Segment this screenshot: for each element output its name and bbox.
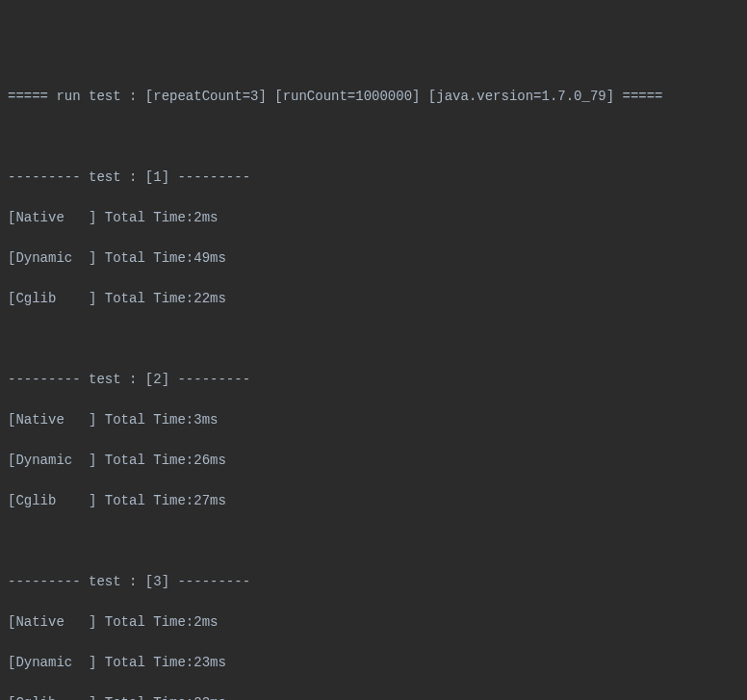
result-line: [Native ] Total Time:2ms: [8, 612, 739, 633]
result-line: [Dynamic ] Total Time:23ms: [8, 653, 739, 673]
result-line: [Dynamic ] Total Time:26ms: [8, 451, 739, 471]
test-title: --------- test : [3] ---------: [8, 572, 739, 592]
test-title: --------- test : [1] ---------: [8, 168, 739, 188]
test-title: --------- test : [2] ---------: [8, 370, 739, 390]
result-line: [Cglib ] Total Time:22ms: [8, 289, 739, 309]
result-line: [Cglib ] Total Time:27ms: [8, 491, 739, 511]
result-line: [Native ] Total Time:2ms: [8, 208, 739, 228]
blank-line: [8, 531, 739, 552]
result-line: [Dynamic ] Total Time:49ms: [8, 248, 739, 269]
result-line: [Native ] Total Time:3ms: [8, 410, 739, 430]
blank-line: [8, 329, 739, 350]
run-header: ===== run test : [repeatCount=3] [runCou…: [8, 87, 739, 107]
blank-line: [8, 127, 739, 147]
result-line: [Cglib ] Total Time:23ms: [8, 693, 739, 700]
